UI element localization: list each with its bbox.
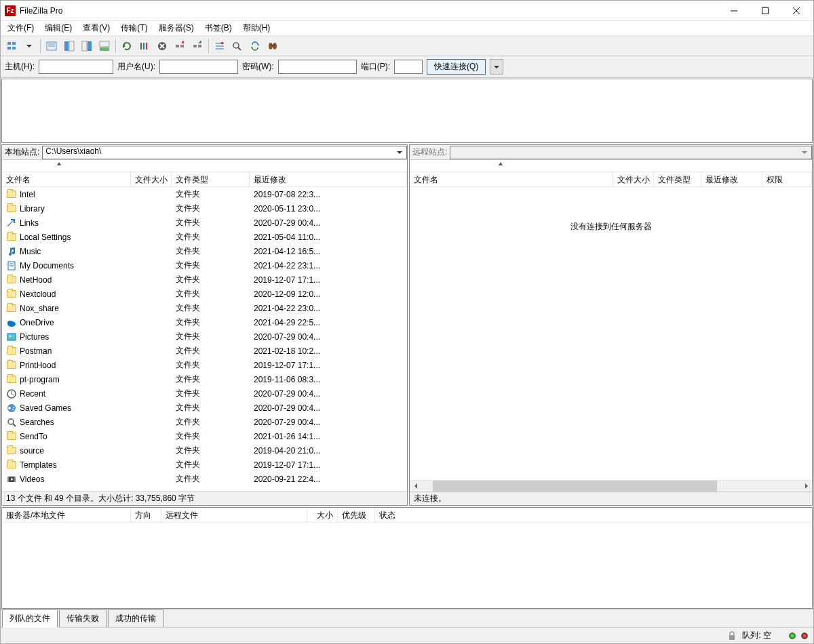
col-modified[interactable]: 最近修改 [701, 172, 762, 186]
col-permissions[interactable]: 权限 [762, 172, 812, 186]
file-row[interactable]: NetHood文件夹2019-12-07 17:1... [2, 273, 407, 287]
col-modified[interactable]: 最近修改 [250, 172, 407, 186]
toggle-local-tree-icon[interactable] [61, 38, 77, 54]
file-row[interactable]: Local Settings文件夹2021-05-04 11:0... [2, 230, 407, 244]
menu-help[interactable]: 帮助(H) [237, 21, 276, 35]
file-type: 文件夹 [172, 274, 250, 285]
file-modified: 2020-07-29 00:4... [250, 418, 407, 427]
file-row[interactable]: Postman文件夹2021-02-18 10:2... [2, 344, 407, 358]
file-row[interactable]: SendTo文件夹2021-01-26 14:1... [2, 429, 407, 443]
port-input[interactable] [394, 60, 423, 74]
file-row[interactable]: PrintHood文件夹2019-12-07 17:1... [2, 358, 407, 372]
maximize-button[interactable] [750, 1, 781, 21]
menu-bookmarks[interactable]: 书签(B) [199, 21, 237, 35]
menu-transfer[interactable]: 传输(T) [115, 21, 153, 35]
quickconnect-dropdown[interactable] [490, 59, 503, 75]
toggle-remote-tree-icon[interactable] [79, 38, 95, 54]
svg-marker-38 [251, 46, 252, 49]
svg-rect-6 [7, 47, 11, 49]
chevron-down-icon[interactable] [799, 148, 810, 157]
tab-failed-transfers[interactable]: 传输失败 [59, 609, 106, 627]
toggle-queue-icon[interactable] [96, 38, 113, 54]
col-direction[interactable]: 方向 [131, 508, 161, 522]
remote-h-scrollbar[interactable] [410, 480, 812, 491]
file-row[interactable]: source文件夹2019-04-20 21:0... [2, 443, 407, 458]
pictures-icon [6, 331, 17, 342]
col-filesize[interactable]: 文件大小 [131, 172, 172, 186]
file-name: Pictures [20, 332, 49, 342]
col-filename[interactable]: 文件名 [2, 172, 131, 186]
file-type: 文件夹 [172, 260, 250, 271]
svg-marker-44 [57, 162, 61, 165]
minimize-button[interactable] [718, 1, 750, 21]
file-row[interactable]: Nextcloud文件夹2020-12-09 12:0... [2, 287, 407, 301]
col-server[interactable]: 服务器/本地文件 [2, 508, 131, 522]
file-row[interactable]: Videos文件夹2020-09-21 22:4... [2, 472, 407, 486]
disconnect-icon[interactable] [172, 38, 188, 54]
col-size[interactable]: 大小 [307, 508, 338, 522]
cancel-icon[interactable] [154, 38, 170, 54]
col-remote-file[interactable]: 远程文件 [161, 508, 307, 522]
file-row[interactable]: Library文件夹2020-05-11 23:0... [2, 201, 407, 216]
queue-body[interactable] [2, 523, 812, 608]
remote-tree[interactable] [410, 160, 812, 172]
scroll-right-icon[interactable] [800, 481, 812, 492]
site-manager-icon[interactable] [3, 38, 20, 54]
quickconnect-button[interactable]: 快速连接(Q) [427, 59, 486, 75]
local-list-body[interactable]: Intel文件夹2019-07-08 22:3...Library文件夹2020… [2, 187, 407, 491]
toolbar [1, 36, 813, 56]
dropdown-icon[interactable] [21, 38, 37, 54]
refresh-icon[interactable] [119, 38, 135, 54]
file-row[interactable]: OneDrive文件夹2021-04-29 22:5... [2, 315, 407, 329]
tab-queued-files[interactable]: 列队的文件 [2, 609, 58, 628]
file-row[interactable]: Links文件夹2020-07-29 00:4... [2, 216, 407, 230]
file-row[interactable]: Music文件夹2021-04-12 16:5... [2, 244, 407, 258]
file-row[interactable]: pt-program文件夹2019-11-06 08:3... [2, 372, 407, 386]
file-row[interactable]: Nox_share文件夹2021-04-22 23:0... [2, 301, 407, 315]
scroll-left-icon[interactable] [410, 481, 421, 492]
col-filetype[interactable]: 文件类型 [654, 172, 701, 186]
file-type: 文件夹 [172, 245, 250, 257]
file-row[interactable]: Templates文件夹2019-12-07 17:1... [2, 458, 407, 472]
menu-server[interactable]: 服务器(S) [153, 21, 199, 35]
toggle-log-icon[interactable] [43, 38, 60, 54]
col-filename[interactable]: 文件名 [410, 172, 613, 186]
svg-rect-4 [7, 42, 11, 45]
filter-icon[interactable] [212, 38, 228, 54]
host-input[interactable] [39, 60, 113, 74]
chevron-down-icon[interactable] [394, 148, 405, 157]
file-row[interactable]: Searches文件夹2020-07-29 00:4... [2, 415, 407, 429]
pass-input[interactable] [278, 60, 357, 74]
scrollbar-thumb[interactable] [433, 481, 717, 491]
col-priority[interactable]: 优先级 [338, 508, 375, 522]
file-row[interactable]: Intel文件夹2019-07-08 22:3... [2, 187, 407, 201]
col-status[interactable]: 状态 [375, 508, 812, 522]
menu-edit[interactable]: 编辑(E) [39, 21, 77, 35]
user-input[interactable] [159, 60, 238, 74]
tab-successful-transfers[interactable]: 成功的传输 [108, 609, 163, 627]
col-filetype[interactable]: 文件类型 [172, 172, 250, 186]
reconnect-icon[interactable] [189, 38, 206, 54]
file-type: 文件夹 [172, 430, 250, 442]
onedrive-icon [6, 317, 17, 328]
sync-browse-icon[interactable] [247, 38, 263, 54]
menu-view[interactable]: 查看(V) [77, 21, 115, 35]
file-row[interactable]: Recent文件夹2020-07-29 00:4... [2, 386, 407, 401]
local-path-input[interactable]: C:\Users\xiaoh\ [42, 146, 407, 159]
search-remote-icon[interactable] [265, 38, 281, 54]
menu-file[interactable]: 文件(F) [2, 21, 39, 35]
process-queue-icon[interactable] [136, 38, 153, 54]
close-button[interactable] [781, 1, 812, 21]
local-path-value: C:\Users\xiaoh\ [45, 146, 101, 156]
file-name: Intel [20, 190, 35, 199]
port-label: 端口(P): [361, 61, 390, 73]
message-log[interactable] [1, 79, 813, 143]
remote-path-input[interactable] [450, 146, 812, 159]
scrollbar-track[interactable] [421, 481, 800, 491]
file-row[interactable]: My Documents文件夹2021-04-22 23:1... [2, 258, 407, 273]
file-row[interactable]: Saved Games文件夹2020-07-29 00:4... [2, 401, 407, 415]
file-row[interactable]: Pictures文件夹2020-07-29 00:4... [2, 329, 407, 344]
col-filesize[interactable]: 文件大小 [613, 172, 654, 186]
directory-compare-icon[interactable] [229, 38, 246, 54]
local-tree[interactable] [2, 160, 407, 172]
